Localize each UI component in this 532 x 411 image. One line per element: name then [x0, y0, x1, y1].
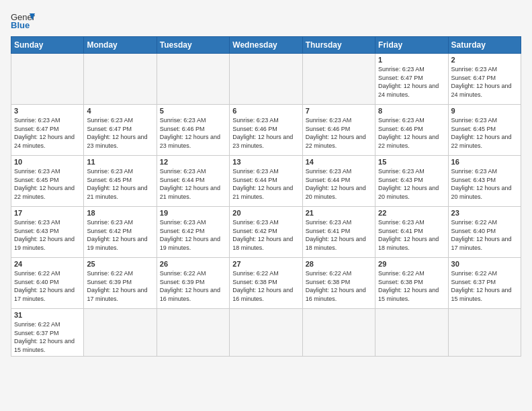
day-number: 8 [378, 107, 445, 115]
day-number: 10 [14, 158, 81, 166]
calendar-day-cell: 16Sunrise: 6:23 AM Sunset: 6:43 PM Dayli… [448, 156, 521, 207]
day-info: Sunrise: 6:23 AM Sunset: 6:43 PM Dayligh… [14, 218, 81, 252]
calendar-day-cell [230, 309, 302, 357]
day-info: Sunrise: 6:23 AM Sunset: 6:43 PM Dayligh… [378, 167, 445, 201]
calendar-day-cell: 4Sunrise: 6:23 AM Sunset: 6:47 PM Daylig… [84, 105, 157, 156]
day-number: 25 [87, 260, 153, 268]
day-info: Sunrise: 6:23 AM Sunset: 6:44 PM Dayligh… [160, 167, 226, 201]
calendar-day-cell [230, 54, 302, 105]
day-info: Sunrise: 6:22 AM Sunset: 6:38 PM Dayligh… [306, 269, 372, 303]
day-number: 18 [87, 209, 153, 217]
calendar-week-row: 17Sunrise: 6:23 AM Sunset: 6:43 PM Dayli… [11, 207, 521, 258]
day-info: Sunrise: 6:23 AM Sunset: 6:46 PM Dayligh… [232, 116, 299, 150]
day-info: Sunrise: 6:22 AM Sunset: 6:37 PM Dayligh… [451, 269, 518, 303]
calendar-day-cell: 12Sunrise: 6:23 AM Sunset: 6:44 PM Dayli… [157, 156, 229, 207]
day-info: Sunrise: 6:23 AM Sunset: 6:47 PM Dayligh… [14, 116, 81, 150]
day-info: Sunrise: 6:23 AM Sunset: 6:46 PM Dayligh… [306, 116, 372, 150]
weekday-header-monday: Monday [84, 37, 157, 54]
day-number: 5 [160, 107, 226, 115]
day-info: Sunrise: 6:23 AM Sunset: 6:44 PM Dayligh… [232, 167, 299, 201]
day-info: Sunrise: 6:22 AM Sunset: 6:39 PM Dayligh… [87, 269, 153, 303]
day-info: Sunrise: 6:23 AM Sunset: 6:45 PM Dayligh… [14, 167, 81, 201]
day-number: 17 [14, 209, 81, 217]
calendar-week-row: 1Sunrise: 6:23 AM Sunset: 6:47 PM Daylig… [11, 54, 521, 105]
day-number: 3 [14, 107, 81, 115]
day-number: 16 [451, 158, 518, 166]
calendar-day-cell [84, 54, 157, 105]
day-number: 15 [378, 158, 445, 166]
calendar-day-cell: 21Sunrise: 6:23 AM Sunset: 6:41 PM Dayli… [302, 207, 375, 258]
day-number: 30 [451, 260, 518, 268]
day-number: 12 [160, 158, 226, 166]
day-info: Sunrise: 6:22 AM Sunset: 6:38 PM Dayligh… [378, 269, 445, 303]
weekday-header-wednesday: Wednesday [230, 37, 302, 54]
header: General Blue [11, 11, 521, 30]
day-number: 14 [306, 158, 372, 166]
day-number: 29 [378, 260, 445, 268]
day-number: 26 [160, 260, 226, 268]
day-info: Sunrise: 6:23 AM Sunset: 6:44 PM Dayligh… [306, 167, 372, 201]
day-number: 24 [14, 260, 81, 268]
calendar-day-cell: 1Sunrise: 6:23 AM Sunset: 6:47 PM Daylig… [375, 54, 448, 105]
generalblue-logo-icon: General Blue [11, 11, 35, 30]
calendar-day-cell: 24Sunrise: 6:22 AM Sunset: 6:40 PM Dayli… [11, 258, 84, 309]
calendar-day-cell: 14Sunrise: 6:23 AM Sunset: 6:44 PM Dayli… [302, 156, 375, 207]
day-info: Sunrise: 6:23 AM Sunset: 6:46 PM Dayligh… [378, 116, 445, 150]
weekday-header-saturday: Saturday [448, 37, 521, 54]
calendar-day-cell: 27Sunrise: 6:22 AM Sunset: 6:38 PM Dayli… [230, 258, 302, 309]
calendar-week-row: 24Sunrise: 6:22 AM Sunset: 6:40 PM Dayli… [11, 258, 521, 309]
calendar-day-cell: 7Sunrise: 6:23 AM Sunset: 6:46 PM Daylig… [302, 105, 375, 156]
day-number: 19 [160, 209, 226, 217]
day-info: Sunrise: 6:23 AM Sunset: 6:47 PM Dayligh… [87, 116, 153, 150]
calendar-day-cell: 6Sunrise: 6:23 AM Sunset: 6:46 PM Daylig… [230, 105, 302, 156]
day-number: 20 [232, 209, 299, 217]
calendar-day-cell [375, 309, 448, 357]
page: General Blue SundayMondayTuesdayWednesda… [0, 0, 532, 411]
calendar-day-cell: 28Sunrise: 6:22 AM Sunset: 6:38 PM Dayli… [302, 258, 375, 309]
calendar-day-cell [448, 309, 521, 357]
calendar-day-cell: 8Sunrise: 6:23 AM Sunset: 6:46 PM Daylig… [375, 105, 448, 156]
logo: General Blue [11, 11, 35, 30]
calendar-week-row: 31Sunrise: 6:22 AM Sunset: 6:37 PM Dayli… [11, 309, 521, 357]
calendar-day-cell: 3Sunrise: 6:23 AM Sunset: 6:47 PM Daylig… [11, 105, 84, 156]
calendar-day-cell [302, 309, 375, 357]
calendar-day-cell: 25Sunrise: 6:22 AM Sunset: 6:39 PM Dayli… [84, 258, 157, 309]
calendar-day-cell: 2Sunrise: 6:23 AM Sunset: 6:47 PM Daylig… [448, 54, 521, 105]
weekday-header-thursday: Thursday [302, 37, 375, 54]
day-info: Sunrise: 6:23 AM Sunset: 6:46 PM Dayligh… [160, 116, 226, 150]
day-number: 9 [451, 107, 518, 115]
calendar-day-cell: 5Sunrise: 6:23 AM Sunset: 6:46 PM Daylig… [157, 105, 229, 156]
day-number: 13 [232, 158, 299, 166]
day-info: Sunrise: 6:22 AM Sunset: 6:37 PM Dayligh… [14, 320, 81, 354]
day-info: Sunrise: 6:23 AM Sunset: 6:47 PM Dayligh… [378, 65, 445, 99]
calendar-table: SundayMondayTuesdayWednesdayThursdayFrid… [11, 36, 521, 357]
day-info: Sunrise: 6:22 AM Sunset: 6:38 PM Dayligh… [232, 269, 299, 303]
day-number: 4 [87, 107, 153, 115]
day-info: Sunrise: 6:23 AM Sunset: 6:45 PM Dayligh… [451, 116, 518, 150]
calendar-day-cell [302, 54, 375, 105]
calendar-day-cell: 22Sunrise: 6:23 AM Sunset: 6:41 PM Dayli… [375, 207, 448, 258]
day-info: Sunrise: 6:23 AM Sunset: 6:45 PM Dayligh… [87, 167, 153, 201]
calendar-week-row: 3Sunrise: 6:23 AM Sunset: 6:47 PM Daylig… [11, 105, 521, 156]
weekday-header-friday: Friday [375, 37, 448, 54]
day-number: 11 [87, 158, 153, 166]
calendar-day-cell: 20Sunrise: 6:23 AM Sunset: 6:42 PM Dayli… [230, 207, 302, 258]
day-info: Sunrise: 6:22 AM Sunset: 6:40 PM Dayligh… [451, 218, 518, 252]
day-number: 21 [306, 209, 372, 217]
day-info: Sunrise: 6:22 AM Sunset: 6:40 PM Dayligh… [14, 269, 81, 303]
calendar-day-cell: 13Sunrise: 6:23 AM Sunset: 6:44 PM Dayli… [230, 156, 302, 207]
day-number: 28 [306, 260, 372, 268]
calendar-day-cell: 11Sunrise: 6:23 AM Sunset: 6:45 PM Dayli… [84, 156, 157, 207]
day-number: 23 [451, 209, 518, 217]
day-number: 6 [232, 107, 299, 115]
day-number: 31 [14, 311, 81, 319]
calendar-day-cell: 18Sunrise: 6:23 AM Sunset: 6:42 PM Dayli… [84, 207, 157, 258]
weekday-header-tuesday: Tuesday [157, 37, 229, 54]
weekday-header-sunday: Sunday [11, 37, 84, 54]
day-info: Sunrise: 6:23 AM Sunset: 6:42 PM Dayligh… [232, 218, 299, 252]
calendar-day-cell: 29Sunrise: 6:22 AM Sunset: 6:38 PM Dayli… [375, 258, 448, 309]
day-info: Sunrise: 6:23 AM Sunset: 6:41 PM Dayligh… [306, 218, 372, 252]
calendar-day-cell: 19Sunrise: 6:23 AM Sunset: 6:42 PM Dayli… [157, 207, 229, 258]
svg-text:Blue: Blue [11, 20, 30, 30]
calendar-day-cell: 30Sunrise: 6:22 AM Sunset: 6:37 PM Dayli… [448, 258, 521, 309]
